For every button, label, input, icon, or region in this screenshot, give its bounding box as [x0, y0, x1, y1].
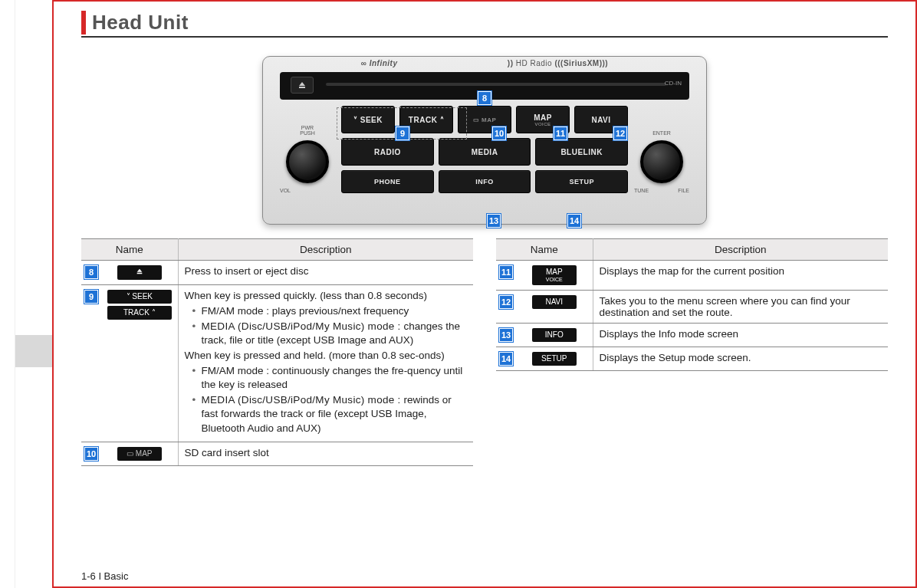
- table-row: 8 Press to insert or eject disc: [81, 261, 473, 285]
- seek-chip: ˅ SEEK: [107, 290, 172, 304]
- th-name: Name: [496, 239, 593, 261]
- row-num: 14: [499, 352, 513, 366]
- row-num: 13: [499, 328, 513, 342]
- row-desc: Takes you to the menu screen where you c…: [593, 291, 888, 324]
- table-row: 14 SETUP Displays the Setup mode screen.: [496, 347, 888, 371]
- right-table: Name Description 11 MAPVOICE Displays th…: [496, 238, 888, 371]
- cdin-label: CD-IN: [665, 80, 682, 87]
- row-desc: Displays the Setup mode screen.: [593, 347, 888, 371]
- callout-9: 9: [396, 126, 409, 140]
- row-desc: Displays the Info mode screen: [593, 324, 888, 347]
- tune-file-label: TUNEFILE: [634, 188, 689, 193]
- th-name: Name: [81, 239, 178, 261]
- info-button[interactable]: INFO: [439, 170, 531, 193]
- row-num: 12: [499, 295, 513, 309]
- mapvoice-chip: MAPVOICE: [532, 265, 577, 285]
- th-desc: Description: [593, 239, 888, 261]
- table-row: 11 MAPVOICE Displays the map for the cur…: [496, 261, 888, 291]
- page-content: Head Unit ∞ Infinity )) HD Radio (((Siri…: [52, 0, 917, 588]
- right-knob[interactable]: [640, 140, 683, 183]
- callout-8: 8: [478, 91, 491, 105]
- radio-button[interactable]: RADIO: [341, 138, 434, 166]
- head-unit-figure: ∞ Infinity )) HD Radio (((SiriusXM))) CD…: [262, 56, 707, 225]
- side-thumb-tab: [15, 0, 52, 588]
- sdmap-chip: ▭ MAP: [117, 447, 162, 461]
- callout-10: 10: [492, 126, 506, 140]
- table-row: 10 ▭ MAP SD card insert slot: [81, 442, 473, 465]
- pwr-label: PWRPUSH: [300, 125, 314, 136]
- enter-label: ENTER: [652, 130, 671, 136]
- table-row: 13 INFO Displays the Info mode screen: [496, 324, 888, 347]
- left-knob[interactable]: [286, 140, 329, 183]
- row-num: 11: [499, 265, 513, 279]
- row-desc: Displays the map for the current positio…: [593, 261, 888, 291]
- media-button[interactable]: MEDIA: [439, 138, 531, 166]
- vol-label: VOL: [280, 188, 335, 193]
- info-chip: INFO: [532, 328, 577, 342]
- setup-button[interactable]: SETUP: [535, 170, 628, 193]
- brand-bar: ∞ Infinity )) HD Radio (((SiriusXM))): [263, 57, 706, 72]
- page-margin: [0, 0, 15, 588]
- page-title: Head Unit: [92, 11, 888, 34]
- callout-11: 11: [554, 126, 567, 140]
- track-chip: TRACK ˄: [107, 306, 172, 320]
- callout-14: 14: [567, 214, 581, 228]
- eject-chip: [117, 265, 162, 280]
- th-desc: Description: [178, 239, 473, 261]
- row-desc: When key is pressed quickly. (less than …: [178, 285, 473, 442]
- title-row: Head Unit: [81, 11, 888, 38]
- page-footer: 1-6 I Basic: [81, 570, 128, 582]
- head-unit-device: ∞ Infinity )) HD Radio (((SiriusXM))) CD…: [262, 56, 707, 225]
- navi-chip: NAVI: [532, 295, 577, 309]
- phone-button[interactable]: PHONE: [341, 170, 434, 193]
- row-num: 10: [84, 447, 98, 461]
- eject-button[interactable]: [291, 77, 314, 94]
- bluelink-button[interactable]: BLUELINK: [535, 138, 628, 166]
- row-num: 9: [84, 290, 98, 304]
- table-row: 12 NAVI Takes you to the menu screen whe…: [496, 291, 888, 324]
- left-table: Name Description 8 Press to insert or ej…: [81, 238, 473, 466]
- row-desc: Press to insert or eject disc: [178, 261, 473, 285]
- setup-chip: SETUP: [532, 352, 577, 366]
- cd-slot[interactable]: [326, 83, 666, 86]
- row-num: 8: [84, 265, 98, 279]
- tables-row: Name Description 8 Press to insert or ej…: [81, 238, 888, 466]
- callout-13: 13: [487, 214, 501, 228]
- callout-12: 12: [613, 126, 627, 140]
- table-row: 9 ˅ SEEK TRACK ˄ When key is pressed qui…: [81, 285, 473, 442]
- row-desc: SD card insert slot: [178, 442, 473, 465]
